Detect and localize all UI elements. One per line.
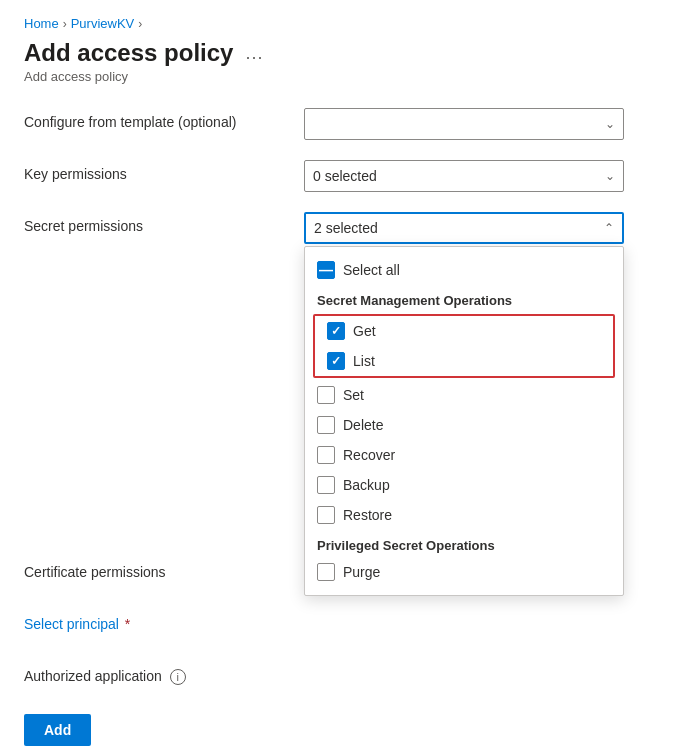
select-all-item[interactable]: ― Select all [305,255,623,285]
purge-checkbox[interactable] [317,563,335,581]
restore-label: Restore [343,507,392,523]
get-checkbox[interactable]: ✓ [327,322,345,340]
authorized-application-label: Authorized application i [24,662,304,685]
backup-label: Backup [343,477,390,493]
secret-permissions-row: Secret permissions 2 selected ⌃ ― Select… [24,212,657,248]
purge-label: Purge [343,564,380,580]
page-header: Add access policy ... Add access policy [0,39,681,92]
breadcrumb-purviewkv[interactable]: PurviewKV [71,16,135,31]
backup-checkbox[interactable] [317,476,335,494]
page-subtitle: Add access policy [24,69,657,84]
key-permissions-row: Key permissions 0 selected ⌄ [24,160,657,196]
certificate-permissions-label: Certificate permissions [24,558,304,580]
select-principal-row: Select principal * [24,610,657,646]
list-label: List [353,353,375,369]
set-label: Set [343,387,364,403]
breadcrumb-sep-2: › [138,17,142,31]
select-all-label: Select all [343,262,400,278]
required-star: * [125,616,130,632]
key-permissions-control: 0 selected ⌄ [304,160,657,192]
configure-template-dropdown[interactable]: ⌄ [304,108,624,140]
key-permissions-dropdown[interactable]: 0 selected ⌄ [304,160,624,192]
add-button[interactable]: Add [24,714,91,746]
get-checkmark-icon: ✓ [331,325,341,337]
add-button-row: Add [24,714,657,746]
privileged-secret-header: Privileged Secret Operations [305,530,623,557]
secret-permissions-value: 2 selected [314,220,378,236]
purge-item[interactable]: Purge [305,557,623,587]
get-label: Get [353,323,376,339]
restore-checkbox[interactable] [317,506,335,524]
partial-mark-icon: ― [319,263,333,277]
list-checkmark-icon: ✓ [331,355,341,367]
recover-item[interactable]: Recover [305,440,623,470]
key-permissions-chevron-icon: ⌄ [605,169,615,183]
secret-management-header: Secret Management Operations [305,285,623,312]
configure-template-row: Configure from template (optional) ⌄ [24,108,657,144]
ellipsis-button[interactable]: ... [241,43,267,64]
select-all-checkbox[interactable]: ― [317,261,335,279]
configure-template-label: Configure from template (optional) [24,108,304,130]
recover-label: Recover [343,447,395,463]
restore-item[interactable]: Restore [305,500,623,530]
delete-item[interactable]: Delete [305,410,623,440]
secret-permissions-chevron-icon: ⌃ [604,221,614,235]
configure-template-control: ⌄ [304,108,657,140]
secret-permissions-label: Secret permissions [24,212,304,234]
select-principal-label: Select principal * [24,610,304,632]
page-title-row: Add access policy ... [24,39,657,67]
form-section: Configure from template (optional) ⌄ Key… [0,92,681,748]
delete-checkbox[interactable] [317,416,335,434]
key-permissions-label: Key permissions [24,160,304,182]
key-permissions-value: 0 selected [313,168,377,184]
info-icon[interactable]: i [170,669,186,685]
authorized-application-row: Authorized application i [24,662,657,698]
get-item[interactable]: ✓ Get [315,316,613,346]
secret-permissions-control: 2 selected ⌃ ― Select all Secret Managem… [304,212,657,244]
highlighted-selections: ✓ Get ✓ List [313,314,615,378]
set-item[interactable]: Set [305,380,623,410]
backup-item[interactable]: Backup [305,470,623,500]
delete-label: Delete [343,417,383,433]
select-principal-link[interactable]: Select principal [24,616,119,632]
configure-template-chevron-icon: ⌄ [605,117,615,131]
breadcrumb: Home › PurviewKV › [0,0,681,39]
secret-permissions-dropdown[interactable]: 2 selected ⌃ [304,212,624,244]
authorized-application-text: Authorized application [24,668,162,684]
breadcrumb-sep-1: › [63,17,67,31]
list-checkbox[interactable]: ✓ [327,352,345,370]
breadcrumb-home[interactable]: Home [24,16,59,31]
list-item[interactable]: ✓ List [315,346,613,376]
page-title-text: Add access policy [24,39,233,67]
set-checkbox[interactable] [317,386,335,404]
secret-permissions-panel: ― Select all Secret Management Operation… [304,246,624,596]
recover-checkbox[interactable] [317,446,335,464]
